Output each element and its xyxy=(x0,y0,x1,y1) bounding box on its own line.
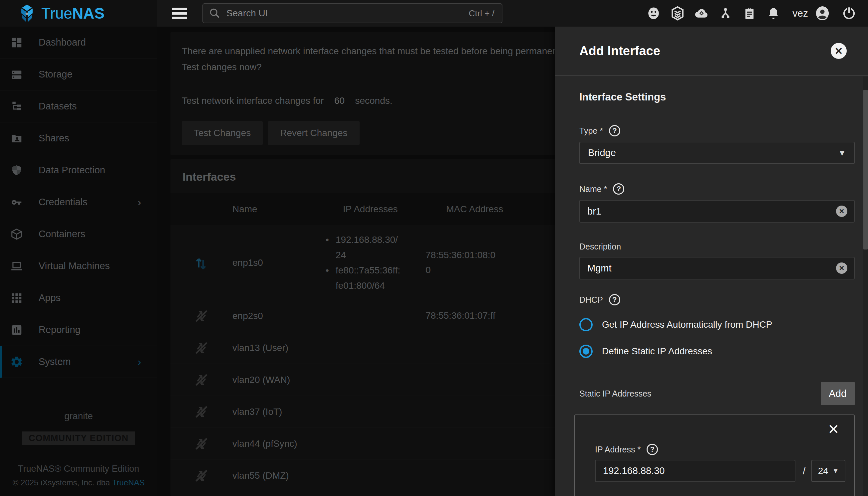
ip-address-input-wrap xyxy=(595,460,795,482)
type-label-row: Type * ? xyxy=(579,125,855,136)
description-label-row: Description xyxy=(579,242,855,251)
name-input-wrap: ✕ xyxy=(579,200,855,222)
panel-title: Add Interface xyxy=(579,44,660,58)
username: vez xyxy=(792,7,808,19)
menu-toggle-icon[interactable] xyxy=(172,7,187,19)
description-input-wrap: ✕ xyxy=(579,257,855,279)
ip-address-input[interactable] xyxy=(602,465,788,477)
scrollbar-thumb[interactable] xyxy=(863,90,868,249)
search-icon xyxy=(208,7,221,20)
close-icon[interactable]: ✕ xyxy=(831,43,847,59)
topbar: TrueNAS Ctrl + / vez xyxy=(0,0,868,27)
truenas-logo-text: TrueNAS xyxy=(41,6,105,21)
topbar-logo-area: TrueNAS xyxy=(0,0,157,27)
radio-dhcp-auto[interactable]: Get IP Address Automatically from DHCP xyxy=(579,315,855,334)
power-icon[interactable] xyxy=(841,6,857,21)
help-icon[interactable]: ? xyxy=(609,294,620,305)
name-label-row: Name * ? xyxy=(579,183,855,195)
ip-address-label-row: IP Address * ? xyxy=(595,444,845,455)
search-input[interactable] xyxy=(226,7,469,19)
search-shortcut: Ctrl + / xyxy=(469,8,494,19)
ip-input-row: / 24 ▼ xyxy=(595,460,845,482)
netmask-select[interactable]: 24 ▼ xyxy=(811,460,845,482)
help-icon[interactable]: ? xyxy=(647,444,658,455)
interface-settings-heading: Interface Settings xyxy=(579,91,855,103)
help-icon[interactable]: ? xyxy=(613,183,624,195)
checklist-clipboard-icon[interactable] xyxy=(742,6,757,21)
radio-static-ip[interactable]: Define Static IP Addresses xyxy=(579,342,855,361)
panel-scrollbar[interactable] xyxy=(863,77,868,496)
remove-entry-icon[interactable]: ✕ xyxy=(828,422,839,436)
radio-icon xyxy=(579,318,593,331)
truecommand-icon[interactable] xyxy=(670,6,685,21)
name-input[interactable] xyxy=(587,205,836,217)
alerts-bell-icon[interactable] xyxy=(766,6,781,21)
app-shell: Dashboard Storage Datasets Shares Data P… xyxy=(0,27,868,496)
truenas-connect-cloud-icon[interactable] xyxy=(694,6,709,21)
panel-header: Add Interface ✕ xyxy=(555,27,868,76)
jobs-sitemap-icon[interactable] xyxy=(718,6,733,21)
user-avatar-icon[interactable] xyxy=(815,6,830,21)
clear-icon[interactable]: ✕ xyxy=(836,262,847,274)
topbar-icon-cluster: vez xyxy=(637,6,857,21)
truenas-logo-icon xyxy=(17,4,36,23)
static-ip-section-header: Static IP Addresses Add xyxy=(579,382,855,405)
chevron-down-icon: ▼ xyxy=(838,149,846,158)
type-select[interactable]: Bridge ▼ xyxy=(579,142,855,164)
help-icon[interactable]: ? xyxy=(609,125,620,136)
chevron-down-icon: ▼ xyxy=(833,467,839,475)
clear-icon[interactable]: ✕ xyxy=(836,205,847,217)
add-interface-panel: Add Interface ✕ Interface Settings Type … xyxy=(555,27,868,496)
description-input[interactable] xyxy=(587,262,836,274)
search-bar[interactable]: Ctrl + / xyxy=(203,3,503,23)
dhcp-label-row: DHCP ? xyxy=(579,294,855,305)
panel-body: Interface Settings Type * ? Bridge ▼ Nam… xyxy=(555,91,868,496)
static-ip-entry-card: ✕ IP Address * ? / 24 ▼ xyxy=(574,415,855,496)
truenas-logo[interactable]: TrueNAS xyxy=(17,4,105,23)
cidr-separator: / xyxy=(803,465,805,477)
radio-selected-icon xyxy=(579,345,593,358)
add-static-ip-button[interactable]: Add xyxy=(821,382,855,405)
feedback-smiley-icon[interactable] xyxy=(646,6,661,21)
